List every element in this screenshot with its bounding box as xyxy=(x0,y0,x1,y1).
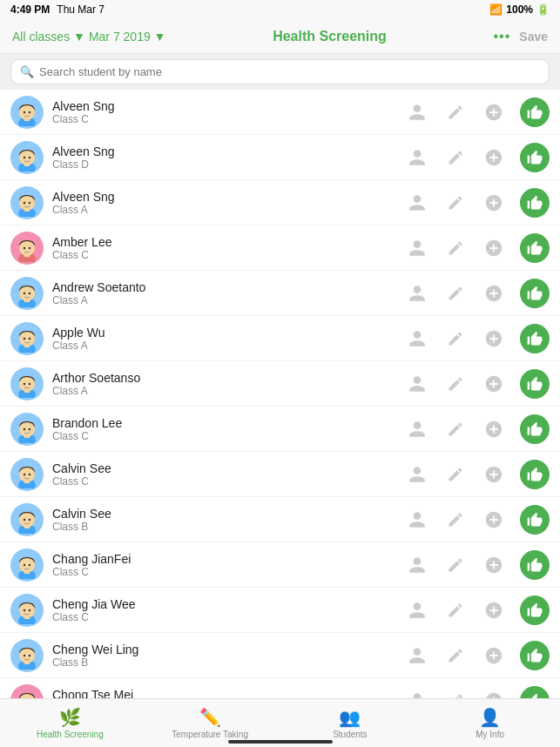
nav-title: Health Screening xyxy=(165,29,493,44)
student-info: Arthor Soetanso Class A xyxy=(52,371,405,397)
edit-icon[interactable] xyxy=(443,145,468,170)
edit-icon[interactable] xyxy=(443,236,468,260)
add-icon[interactable] xyxy=(482,417,506,441)
table-row[interactable]: Alveen Sng Class D xyxy=(0,135,560,180)
avatar xyxy=(10,96,44,129)
approve-button[interactable] xyxy=(520,460,550,489)
table-row[interactable]: Calvin See Class C xyxy=(0,452,560,497)
add-icon[interactable] xyxy=(482,281,506,306)
nav-filters[interactable]: All classes ▼ Mar 7 2019 ▼ xyxy=(12,30,165,44)
health-screening-tab-icon: 🌿 xyxy=(59,707,81,728)
profile-icon[interactable] xyxy=(405,508,429,532)
add-icon[interactable] xyxy=(482,462,506,487)
class-filter[interactable]: All classes ▼ xyxy=(12,30,85,44)
wifi-icon: 📶 xyxy=(489,3,503,16)
svg-point-14 xyxy=(29,201,30,203)
approve-button[interactable] xyxy=(520,550,550,580)
table-row[interactable]: Andrew Soetanto Class A xyxy=(0,271,560,316)
add-icon[interactable] xyxy=(482,236,506,260)
tab-health-screening[interactable]: 🌿 Health Screening xyxy=(0,707,140,739)
profile-icon[interactable] xyxy=(405,326,429,351)
avatar xyxy=(10,639,44,672)
profile-icon[interactable] xyxy=(405,372,429,396)
approve-button[interactable] xyxy=(520,641,550,670)
profile-icon[interactable] xyxy=(405,145,429,170)
row-actions xyxy=(405,233,550,263)
add-icon[interactable] xyxy=(482,372,506,396)
edit-icon[interactable] xyxy=(443,553,468,577)
date-filter[interactable]: Mar 7 2019 ▼ xyxy=(89,30,166,44)
table-row[interactable]: Apple Wu Class A xyxy=(0,316,560,361)
add-icon[interactable] xyxy=(482,598,506,622)
approve-button[interactable] xyxy=(520,143,550,172)
add-icon[interactable] xyxy=(482,643,506,668)
table-row[interactable]: Arthor Soetanso Class A xyxy=(0,361,560,407)
edit-icon[interactable] xyxy=(443,417,468,441)
edit-icon[interactable] xyxy=(443,462,468,487)
profile-icon[interactable] xyxy=(405,462,429,487)
edit-icon[interactable] xyxy=(443,508,468,532)
profile-icon[interactable] xyxy=(405,281,429,306)
health-screening-tab-label: Health Screening xyxy=(37,730,104,739)
student-info: Amber Lee Class C xyxy=(52,235,405,261)
profile-icon[interactable] xyxy=(405,236,429,260)
edit-icon[interactable] xyxy=(443,598,468,622)
students-tab-icon: 👥 xyxy=(339,707,361,728)
profile-icon[interactable] xyxy=(405,191,429,215)
search-input[interactable] xyxy=(39,65,540,78)
table-row[interactable]: Brandon Lee Class C xyxy=(0,407,560,452)
approve-button[interactable] xyxy=(520,98,550,127)
student-info: Apple Wu Class A xyxy=(52,326,405,352)
row-actions xyxy=(405,279,550,308)
approve-button[interactable] xyxy=(520,188,550,218)
more-options-icon[interactable]: ••• xyxy=(493,29,510,44)
edit-icon[interactable] xyxy=(443,372,468,396)
edit-icon[interactable] xyxy=(443,326,468,351)
table-row[interactable]: Calvin See Class B xyxy=(0,497,560,542)
table-row[interactable]: Amber Lee Class C xyxy=(0,225,560,271)
add-icon[interactable] xyxy=(482,553,506,577)
search-bar[interactable]: 🔍 xyxy=(10,59,550,84)
edit-icon[interactable] xyxy=(443,281,468,306)
table-row[interactable]: Alveen Sng Class C xyxy=(0,90,560,135)
approve-button[interactable] xyxy=(520,324,550,353)
edit-icon[interactable] xyxy=(443,643,468,668)
save-button[interactable]: Save xyxy=(519,30,548,44)
svg-point-13 xyxy=(24,201,25,203)
add-icon[interactable] xyxy=(482,145,506,170)
temperature-tab-label: Temperature Taking xyxy=(172,730,248,739)
student-name: Apple Wu xyxy=(52,326,405,340)
tab-students[interactable]: 👥 Students xyxy=(280,707,421,739)
profile-icon[interactable] xyxy=(405,553,429,577)
table-row[interactable]: Alveen Sng Class A xyxy=(0,180,560,225)
profile-icon[interactable] xyxy=(405,598,429,622)
table-row[interactable]: Cheng Wei Ling Class B xyxy=(0,633,560,678)
profile-icon[interactable] xyxy=(405,643,429,668)
home-indicator xyxy=(228,740,333,744)
approve-button[interactable] xyxy=(520,505,550,535)
approve-button[interactable] xyxy=(520,414,550,444)
nav-actions[interactable]: ••• Save xyxy=(493,29,548,44)
tab-temperature-taking[interactable]: ✏️ Temperature Taking xyxy=(140,707,280,739)
status-icons: 📶 100% 🔋 xyxy=(489,3,550,16)
avatar xyxy=(10,503,44,536)
add-icon[interactable] xyxy=(482,100,506,124)
tab-my-info[interactable]: 👤 My Info xyxy=(420,707,560,739)
add-icon[interactable] xyxy=(482,508,506,532)
svg-point-24 xyxy=(29,292,30,293)
table-row[interactable]: Cheng Jia Wee Class C xyxy=(0,588,560,633)
student-info: Calvin See Class C xyxy=(52,461,405,488)
approve-button[interactable] xyxy=(520,369,550,399)
edit-icon[interactable] xyxy=(443,191,468,215)
approve-button[interactable] xyxy=(520,596,550,625)
student-info: Cheng Wei Ling Class B xyxy=(52,643,405,669)
add-icon[interactable] xyxy=(482,191,506,215)
approve-button[interactable] xyxy=(520,233,550,263)
avatar xyxy=(10,548,44,582)
edit-icon[interactable] xyxy=(443,100,468,124)
profile-icon[interactable] xyxy=(405,417,429,441)
add-icon[interactable] xyxy=(482,326,506,351)
profile-icon[interactable] xyxy=(405,100,429,124)
approve-button[interactable] xyxy=(520,279,550,308)
table-row[interactable]: Chang JianFei Class C xyxy=(0,542,560,588)
